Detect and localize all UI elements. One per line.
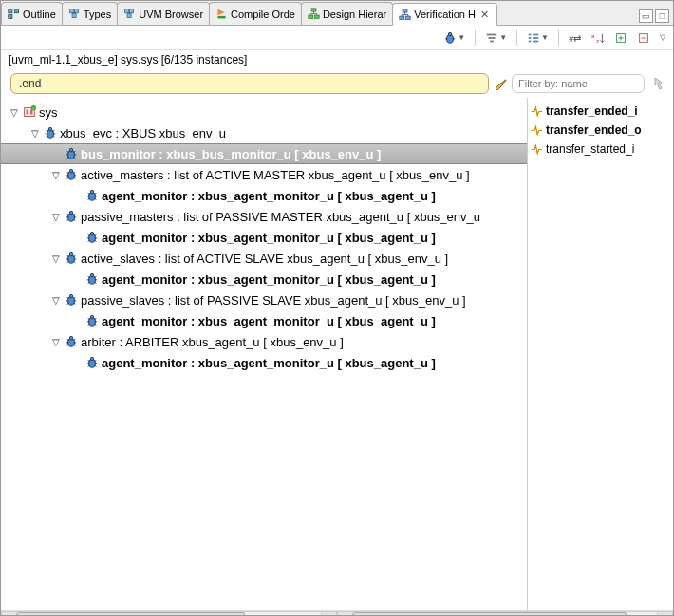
toolbar-list-button[interactable]: ▼ — [527, 31, 549, 45]
tree-label: bus_monitor : xbus_bus_monitor_u [ xbus_… — [81, 147, 381, 161]
svg-point-59 — [69, 148, 73, 152]
scroll-right-button[interactable]: ▶ — [321, 612, 336, 616]
toolbar-filter-button[interactable]: ▼ — [485, 31, 507, 45]
svg-point-99 — [69, 252, 73, 256]
tab-design-hierarchy[interactable]: Design Hierar — [301, 2, 393, 25]
filter-input[interactable] — [512, 74, 645, 93]
scroll-track[interactable] — [353, 612, 657, 616]
verification-icon — [399, 9, 411, 21]
tree-twisty[interactable]: ▽ — [50, 253, 62, 264]
tree-hscroll[interactable]: ◀ ▶ — [1, 611, 337, 616]
tree-row[interactable]: agent_monitor : xbus_agent_monitor_u [ x… — [1, 269, 527, 289]
tab-label: UVM Browser — [139, 9, 203, 20]
unit-icon — [44, 126, 57, 140]
tree-twisty[interactable]: ▽ — [50, 295, 62, 306]
scroll-left-button[interactable]: ◀ — [338, 612, 353, 616]
tree-row[interactable]: ▽active_masters : list of ACTIVE MASTER … — [1, 164, 527, 185]
clear-search-icon[interactable] — [493, 76, 508, 91]
unit-icon — [85, 231, 99, 244]
clear-filter-icon[interactable] — [652, 76, 667, 91]
tree-twisty[interactable]: ▽ — [50, 170, 62, 180]
tab-uvm-browser[interactable]: UVM Browser — [117, 2, 210, 25]
search-input[interactable] — [10, 73, 489, 94]
minimize-button[interactable]: ▭ — [639, 9, 653, 23]
side-label: transfer_ended_o — [546, 123, 642, 137]
side-item[interactable]: transfer_started_i — [530, 140, 671, 159]
unit-icon — [85, 314, 99, 327]
unit-icon — [85, 356, 99, 369]
separator — [558, 30, 559, 46]
tree-row[interactable]: agent_monitor : xbus_agent_monitor_u [ x… — [1, 352, 527, 373]
svg-rect-26 — [529, 37, 532, 39]
svg-rect-21 — [487, 33, 497, 35]
tree-row[interactable]: ▽active_slaves : list of ACTIVE SLAVE xb… — [1, 248, 527, 269]
svg-text:#⇄: #⇄ — [569, 32, 581, 43]
maximize-button[interactable]: □ — [655, 9, 669, 23]
side-hscroll[interactable]: ◀ ▶ — [337, 611, 673, 616]
tree-label: sys — [39, 105, 58, 120]
tree-label: active_slaves : list of ACTIVE SLAVE xbu… — [81, 252, 448, 266]
tree-row[interactable]: ▽xbus_evc : XBUS xbus_env_u — [1, 122, 527, 143]
types-icon — [123, 8, 136, 20]
tree-row[interactable]: agent_monitor : xbus_agent_monitor_u [ x… — [1, 185, 527, 206]
scroll-thumb[interactable] — [353, 612, 627, 616]
scroll-right-button[interactable]: ▶ — [657, 612, 672, 616]
tab-types[interactable]: Types — [62, 2, 118, 25]
svg-point-83 — [69, 211, 73, 215]
types-icon — [68, 8, 81, 20]
svg-rect-1 — [14, 9, 18, 13]
tree-pane[interactable]: ▽+sys▽xbus_evc : XBUS xbus_env_ubus_moni… — [1, 98, 528, 610]
toolbar-view-menu[interactable]: ▽ — [660, 33, 665, 42]
toolbar-sort-button[interactable]: az — [591, 31, 605, 45]
svg-rect-24 — [529, 33, 532, 35]
event-icon — [530, 124, 542, 137]
link-icon: #⇄ — [569, 31, 582, 45]
tab-window-controls: ▭ □ — [635, 8, 673, 25]
tab-compile-order[interactable]: Compile Orde — [209, 2, 302, 25]
tree-row[interactable]: ▽passive_masters : list of PASSIVE MASTE… — [1, 206, 527, 227]
side-item[interactable]: transfer_ended_i — [530, 102, 671, 121]
svg-point-115 — [69, 294, 73, 298]
unit-icon — [65, 168, 78, 181]
chevron-down-icon: ▼ — [541, 33, 549, 42]
collapse-all-icon — [637, 31, 650, 45]
scroll-thumb[interactable] — [17, 612, 245, 616]
tab-verification-hierarchy[interactable]: Verification H ✕ — [392, 3, 497, 26]
unit-icon — [65, 335, 78, 348]
close-icon[interactable]: ✕ — [478, 9, 491, 21]
toolbar-expand-button[interactable] — [614, 31, 627, 45]
tree-label: agent_monitor : xbus_agent_monitor_u [ x… — [102, 231, 436, 245]
tree-row[interactable]: bus_monitor : xbus_bus_monitor_u [ xbus_… — [1, 143, 527, 164]
svg-rect-6 — [125, 9, 129, 13]
tree-row[interactable]: ▽passive_slaves : list of PASSIVE SLAVE … — [1, 289, 527, 310]
svg-rect-0 — [9, 9, 12, 13]
toolbar-bug-button[interactable]: ▼ — [443, 31, 465, 45]
breadcrumb-text: [uvm_ml-1.1_xbus_e] sys.sys [6/135 insta… — [9, 53, 247, 66]
svg-point-67 — [69, 169, 73, 173]
tree-row[interactable]: ▽+sys — [1, 102, 527, 122]
outline-icon — [8, 8, 20, 20]
tree-twisty[interactable]: ▽ — [9, 107, 20, 118]
scroll-left-button[interactable]: ◀ — [2, 612, 17, 616]
tree-label: active_masters : list of ACTIVE MASTER x… — [81, 168, 470, 182]
tree-row[interactable]: ▽arbiter : ARBITER xbus_agent_u [ xbus_e… — [1, 331, 527, 352]
side-item[interactable]: transfer_ended_o — [530, 121, 671, 140]
toolbar-link-button[interactable]: #⇄ — [569, 31, 582, 45]
svg-point-75 — [90, 190, 94, 194]
svg-point-123 — [90, 315, 94, 319]
event-icon — [530, 143, 542, 156]
tree-label: agent_monitor : xbus_agent_monitor_u [ x… — [102, 356, 436, 370]
unit-icon — [65, 210, 78, 223]
tree-twisty[interactable]: ▽ — [50, 337, 62, 347]
tree-row[interactable]: agent_monitor : xbus_agent_monitor_u [ x… — [1, 227, 527, 248]
tree-twisty[interactable]: ▽ — [29, 128, 41, 139]
scroll-track[interactable] — [17, 612, 321, 616]
tree-row[interactable]: agent_monitor : xbus_agent_monitor_u [ x… — [1, 310, 527, 331]
tab-label: Outline — [23, 9, 56, 20]
toolbar-collapse-button[interactable] — [637, 31, 650, 45]
filter-row — [1, 69, 673, 98]
tab-outline[interactable]: Outline — [1, 2, 63, 25]
tree-twisty[interactable]: ▽ — [50, 212, 62, 222]
list-icon — [527, 31, 540, 45]
svg-rect-7 — [130, 9, 134, 13]
